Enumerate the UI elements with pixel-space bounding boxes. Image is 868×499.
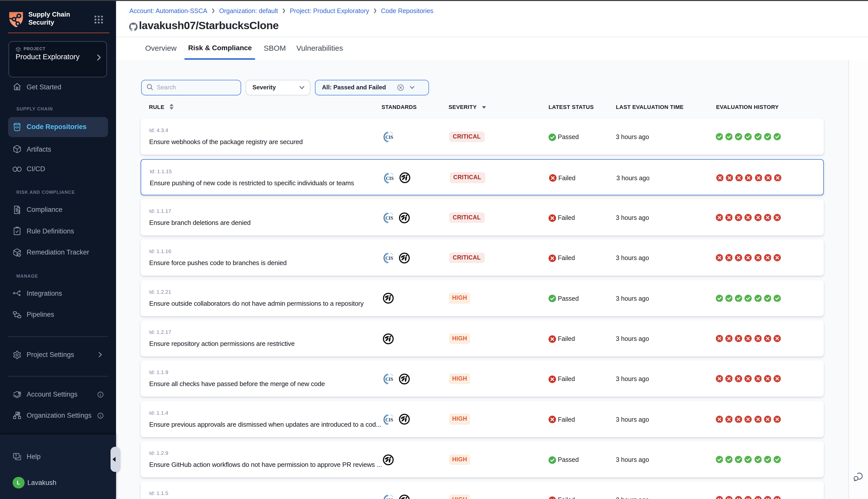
svg-text:CIS: CIS — [385, 498, 393, 499]
svg-text:CIS: CIS — [385, 377, 393, 382]
svg-text:?: ? — [15, 453, 17, 457]
svg-text:CIS: CIS — [385, 417, 393, 422]
svg-text:CIS: CIS — [385, 216, 393, 221]
svg-text:CIS: CIS — [385, 135, 393, 140]
svg-text:CIS: CIS — [386, 176, 394, 181]
svg-text:CIS: CIS — [385, 256, 393, 261]
